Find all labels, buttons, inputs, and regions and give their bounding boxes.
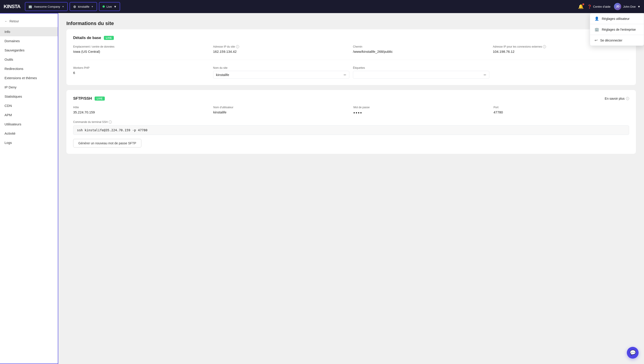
sftp-password-field: Mot de passe •••• [353,106,489,116]
company-selector[interactable]: 🏢 Awesome Company ▼ [25,2,68,11]
learn-more-link[interactable]: En savoir plus i [605,97,629,100]
basic-details-card: Détails de base LIVE Emplacement / centr… [66,29,636,85]
sftp-header: SFTP/SSH LIVE En savoir plus i [73,96,629,101]
top-navigation: KINSTA 🏢 Awesome Company ▼ ⊕ kinstalife … [0,0,644,13]
user-dropdown-menu: 👤 Réglages utilisateur 🏢 Réglages de l'e… [590,13,644,46]
sidebar-item-redirections-label: Redirections [5,67,23,70]
sftp-username-value: kinstalife [213,110,349,114]
help-label: Centre d'aide [593,5,610,8]
sftp-username-field: Nom d'utilisateur kinstalife [213,106,349,116]
site-name-input[interactable] [216,73,342,77]
dropdown-user-settings-label: Réglages utilisateur [602,17,629,20]
sftp-password-label: Mot de passe [353,106,489,109]
location-value: Iowa (US Central) [73,50,209,54]
info-icon-ssh: i [109,120,112,124]
help-button[interactable]: ❓ Centre d'aide [587,4,610,9]
sidebar-item-utilisateurs[interactable]: Utilisateurs [0,120,58,129]
sidebar-item-domaines-label: Domaines [5,39,20,43]
env-label: Live [107,5,112,8]
main-content: Informations du site Détails de base LIV… [58,13,644,364]
dropdown-company-settings[interactable]: 🏢 Réglages de l'entreprise [590,24,644,35]
location-label: Emplacement / centre de données [73,45,209,48]
sftp-host-field: Hôte 35.224.70.159 [73,106,209,116]
workers-value: 6 [73,71,209,75]
sidebar-item-info[interactable]: Info [0,27,58,36]
sidebar-item-info-label: Info [5,30,10,34]
site-selector[interactable]: ⊕ kinstalife ▼ [70,2,97,11]
tags-input[interactable] [356,73,482,77]
ssh-cmd-label: Commande du terminal SSH [73,120,108,124]
notifications-button[interactable]: 🔔 [578,4,584,9]
ssh-cmd-label-group: Commande du terminal SSH i [73,120,629,124]
site-name-editable: ✏ [213,71,350,79]
edit-icon-site-name[interactable]: ✏ [344,73,346,77]
user-settings-icon: 👤 [594,16,599,21]
wp-icon: ⊕ [73,4,76,9]
sidebar-item-sauvegardes[interactable]: Sauvegardes [0,46,58,55]
env-selector[interactable]: Live ▼ [99,2,120,11]
sftp-port-field: Port 47780 [494,106,629,116]
workers-field: Workers PHP 6 [73,66,209,79]
sftp-title: SFTP/SSH [73,96,92,101]
external-ip-field: Adresse IP pour les connexions externes … [493,45,629,54]
sidebar-item-apm-label: APM [5,113,12,117]
sidebar-item-cdn[interactable]: CDN [0,101,58,110]
chat-button[interactable]: 💬 [627,347,638,358]
info-icon-ip: i [236,45,239,48]
sidebar-item-apm[interactable]: APM [0,110,58,120]
sidebar-item-sauvegardes-label: Sauvegardes [5,48,24,52]
edit-icon-tags[interactable]: ✏ [484,73,486,77]
site-ip-label: Adresse IP du site i [213,45,350,48]
sidebar-item-extensions-label: Extensions et thèmes [5,76,37,80]
sidebar: ← Retour Info Domaines Sauvegardes Outil… [0,13,58,364]
sidebar-item-activite[interactable]: Activité [0,129,58,138]
sftp-password-value: •••• [353,110,489,116]
sidebar-item-statistiques[interactable]: Statistiques [0,92,58,101]
sftp-username-label: Nom d'utilisateur [213,106,349,109]
grid-divider [73,60,629,60]
ssh-command-value: ssh kinstalife@35.224.70.159 -p 47780 [73,126,629,135]
back-label: Retour [10,20,19,23]
company-label: Awesome Company [34,5,60,8]
dropdown-user-settings[interactable]: 👤 Réglages utilisateur [590,13,644,24]
sidebar-item-outils[interactable]: Outils [0,55,58,64]
sftp-live-badge: LIVE [95,96,105,100]
sftp-grid: Hôte 35.224.70.159 Nom d'utilisateur kin… [73,106,629,116]
sidebar-item-logs[interactable]: Logs [0,138,58,147]
sftp-card: SFTP/SSH LIVE En savoir plus i Hôte 35.2… [66,90,636,154]
sidebar-item-ip-deny[interactable]: IP Deny [0,82,58,92]
building-icon: 🏢 [29,5,32,8]
site-name-label: Nom du site [213,66,350,70]
back-button[interactable]: ← Retour [0,17,58,25]
live-status-dot [103,6,105,8]
path-field: Chemin /www/kinstalife_268/public [353,45,489,54]
sidebar-item-utilisateurs-label: Utilisateurs [5,122,21,126]
page-title: Informations du site [66,20,609,26]
site-name-field: Nom du site ✏ [213,66,350,79]
logo: KINSTA [4,4,20,10]
external-ip-value: 104.198.76.12 [493,50,629,54]
back-arrow-icon: ← [5,20,8,23]
tags-label: Étiquettes [353,66,489,70]
sidebar-item-ip-deny-label: IP Deny [5,85,17,89]
user-menu-button[interactable]: JD John Doe ▼ [614,3,640,10]
sidebar-item-activite-label: Activité [5,132,15,135]
tags-field: Étiquettes ✏ [353,66,489,79]
empty-cell [493,66,629,79]
chevron-down-icon: ▼ [62,6,64,8]
basic-details-title: Détails de base [73,36,101,40]
generate-sftp-password-button[interactable]: Générer un nouveau mot de passe SFTP [73,139,141,148]
site-ip-field: Adresse IP du site i 162.159.134.42 [213,45,350,54]
sidebar-item-redirections[interactable]: Redirections [0,64,58,73]
sidebar-item-domaines[interactable]: Domaines [0,36,58,46]
path-value: /www/kinstalife_268/public [353,50,489,54]
sidebar-item-extensions[interactable]: Extensions et thèmes [0,73,58,82]
notification-dot [582,4,584,5]
dropdown-company-settings-label: Réglages de l'entreprise [602,28,636,31]
company-settings-icon: 🏢 [594,27,599,32]
basic-details-header: Détails de base LIVE [73,36,629,40]
tags-editable: ✏ [353,71,489,79]
dropdown-logout[interactable]: ↩ Se déconnecter [590,35,644,46]
sftp-host-label: Hôte [73,106,209,109]
sftp-host-value: 35.224.70.159 [73,110,209,114]
